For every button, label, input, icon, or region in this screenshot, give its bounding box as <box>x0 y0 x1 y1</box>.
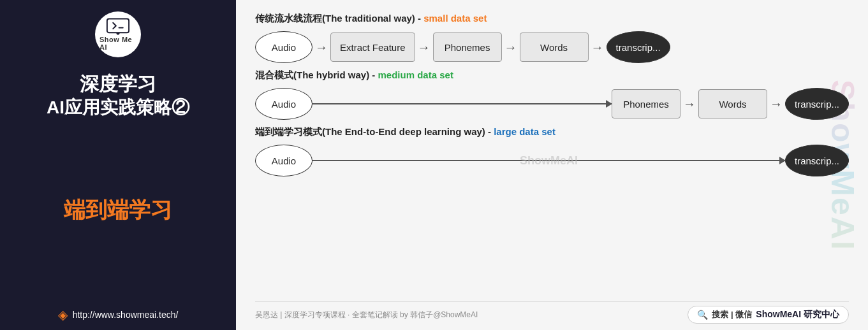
section-title-sub: (The traditional way) - <box>322 13 423 24</box>
section-title-hybrid: 混合模式(The hybrid way) - medium data set <box>255 69 849 82</box>
search-prefix-text: 搜索 | 微信 <box>712 309 752 320</box>
arrow-hybrid-3: → <box>767 97 785 111</box>
logo-inner: Show Me AI <box>99 16 136 53</box>
section-e2e: 端到端学习模式(The End-to-End deep learning way… <box>255 126 849 176</box>
sidebar-url: http://www.showmeai.tech/ <box>73 310 179 320</box>
arrow-2: → <box>415 40 433 55</box>
logo-area: Show Me AI <box>95 11 141 60</box>
section-tag-orange: small data set <box>423 13 487 24</box>
search-box[interactable]: 🔍 搜索 | 微信 ShowMeAI 研究中心 <box>688 306 849 324</box>
arrow-1: → <box>313 40 330 55</box>
section-title-e2e: 端到端学习模式(The End-to-End deep learning way… <box>255 126 849 138</box>
section-traditional: 传统流水线流程(The traditional way) - small dat… <box>255 13 849 63</box>
long-arrow-e2e: ShowMeAI <box>313 160 785 161</box>
svg-rect-0 <box>107 19 129 33</box>
long-arrow-hybrid <box>313 103 612 104</box>
section-tag-blue: large data set <box>494 126 555 137</box>
sidebar-title2: AI应用实践策略② <box>47 96 189 119</box>
search-brand-text: ShowMeAI 研究中心 <box>756 309 839 320</box>
flow-row-traditional: Audio → Extract Feature → Phonemes → Wor… <box>255 31 849 63</box>
section-hybrid-sub: (The hybrid way) - <box>293 69 378 80</box>
arrow-3: → <box>502 40 520 55</box>
node-extract-feature: Extract Feature <box>330 32 415 62</box>
section-e2e-main: 端到端学习模式 <box>255 126 322 137</box>
node-audio-2: Audio <box>255 88 313 120</box>
logo-circle: Show Me AI <box>95 11 141 57</box>
flow-row-hybrid: Audio Phonemes → Words → transcrip... <box>255 88 849 120</box>
logo-text: Show Me AI <box>99 36 136 51</box>
search-icon: 🔍 <box>697 310 708 320</box>
sidebar-highlight: 端到端学习 <box>64 196 172 225</box>
node-words-1: Words <box>520 32 589 62</box>
main-content: ShowMeAI 传统流水线流程(The traditional way) - … <box>236 0 868 330</box>
section-e2e-sub: (The End-to-End deep learning way) - <box>322 126 494 137</box>
sidebar-title1: 深度学习 <box>80 71 156 96</box>
section-hybrid: 混合模式(The hybrid way) - medium data set A… <box>255 69 849 120</box>
flow-row-e2e: Audio ShowMeAI transcrip... <box>255 145 849 176</box>
sidebar-url-area: ◈ http://www.showmeai.tech/ <box>58 307 179 322</box>
node-transcript-1: transcrip... <box>607 31 670 63</box>
node-transcript-3: transcrip... <box>785 145 849 176</box>
showmeai-logo-icon <box>106 18 130 36</box>
bottom-bar: 吴恩达 | 深度学习专项课程 · 全套笔记解读 by 韩信子@ShowMeAI … <box>255 301 849 324</box>
arrow-hybrid-2: → <box>680 97 698 111</box>
sidebar: Show Me AI 深度学习 AI应用实践策略② 端到端学习 ◈ http:/… <box>0 0 236 330</box>
arrow-4: → <box>589 40 607 55</box>
node-audio-3: Audio <box>255 145 313 176</box>
node-audio-1: Audio <box>255 31 313 63</box>
node-words-2: Words <box>698 89 767 118</box>
section-title-traditional: 传统流水线流程(The traditional way) - small dat… <box>255 13 849 25</box>
bottom-credit: 吴恩达 | 深度学习专项课程 · 全套笔记解读 by 韩信子@ShowMeAI <box>255 310 478 320</box>
section-hybrid-main: 混合模式 <box>255 69 293 80</box>
node-transcript-2: transcrip... <box>785 88 849 120</box>
section-title-main: 传统流水线流程 <box>255 13 322 24</box>
node-phonemes-2: Phonemes <box>612 89 680 118</box>
section-tag-green: medium data set <box>378 69 453 80</box>
node-phonemes-1: Phonemes <box>433 32 502 62</box>
link-icon: ◈ <box>58 307 68 322</box>
